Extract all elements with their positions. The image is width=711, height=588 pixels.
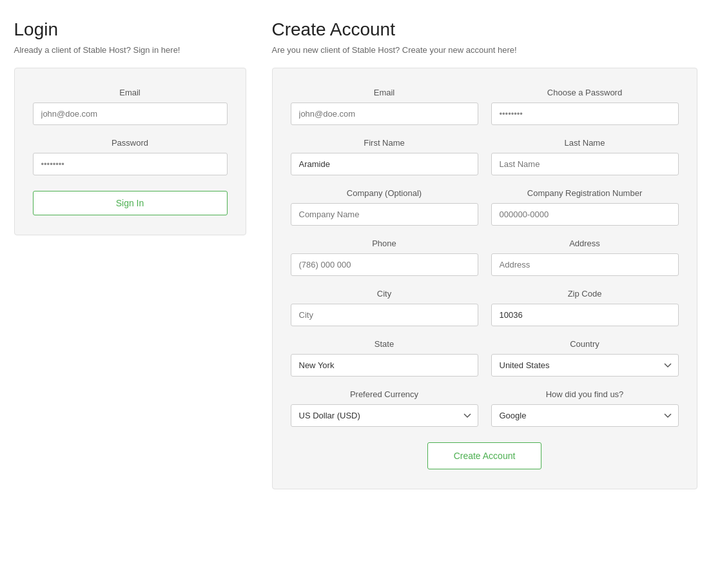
login-title: Login (14, 19, 246, 40)
login-password-group: Password (33, 138, 228, 175)
country-group: Country United States United Kingdom Can… (491, 339, 679, 377)
row-company: Company (Optional) Company Registration … (291, 188, 679, 226)
create-account-title: Create Account (272, 19, 697, 40)
state-group: State (291, 339, 478, 377)
address-group: Address (491, 239, 679, 276)
company-input[interactable] (291, 203, 478, 226)
first-name-group: First Name (291, 138, 478, 175)
row-state-country: State Country United States United Kingd… (291, 339, 679, 377)
row-names: First Name Last Name (291, 138, 679, 175)
create-password-group: Choose a Password (491, 88, 679, 125)
currency-select[interactable]: US Dollar (USD) Euro (EUR) British Pound… (291, 404, 478, 427)
zip-label: Zip Code (491, 289, 679, 299)
create-email-label: Email (291, 88, 478, 97)
company-group: Company (Optional) (291, 188, 478, 226)
create-account-button[interactable]: Create Account (427, 442, 542, 469)
last-name-label: Last Name (491, 138, 679, 148)
find-us-label: How did you find us? (491, 389, 679, 399)
company-label: Company (Optional) (291, 188, 478, 198)
address-input[interactable] (491, 253, 679, 276)
first-name-label: First Name (291, 138, 478, 148)
row-currency-findus: Prefered Currency US Dollar (USD) Euro (… (291, 389, 679, 427)
create-password-label: Choose a Password (491, 88, 679, 97)
address-label: Address (491, 239, 679, 248)
last-name-input[interactable] (491, 153, 679, 175)
create-password-input[interactable] (491, 103, 679, 125)
find-us-group: How did you find us? Google Facebook Twi… (491, 389, 679, 427)
create-account-subtitle: Are you new client of Stable Host? Creat… (272, 45, 697, 55)
login-password-label: Password (33, 138, 228, 148)
phone-input[interactable] (291, 253, 478, 276)
row-phone-address: Phone Address (291, 239, 679, 276)
login-section: Login Already a client of Stable Host? S… (14, 19, 246, 235)
create-account-section: Create Account Are you new client of Sta… (272, 19, 697, 489)
company-reg-group: Company Registration Number (491, 188, 679, 226)
city-group: City (291, 289, 478, 326)
country-select[interactable]: United States United Kingdom Canada Aust… (491, 354, 679, 377)
city-input[interactable] (291, 304, 478, 326)
currency-label: Prefered Currency (291, 389, 478, 399)
country-label: Country (491, 339, 679, 349)
login-card: Email Password Sign In (14, 68, 246, 235)
company-reg-input[interactable] (491, 203, 679, 226)
sign-in-button[interactable]: Sign In (33, 191, 228, 215)
city-label: City (291, 289, 478, 299)
zip-group: Zip Code (491, 289, 679, 326)
create-account-card: Email Choose a Password First Name Last … (272, 68, 697, 489)
login-email-group: Email (33, 88, 228, 125)
phone-group: Phone (291, 239, 478, 276)
find-us-select[interactable]: Google Facebook Twitter Friend Other (491, 404, 679, 427)
company-reg-label: Company Registration Number (491, 188, 679, 198)
row-email-password: Email Choose a Password (291, 88, 679, 125)
login-email-input[interactable] (33, 103, 228, 125)
row-city-zip: City Zip Code (291, 289, 679, 326)
login-subtitle: Already a client of Stable Host? Sign in… (14, 45, 246, 55)
phone-label: Phone (291, 239, 478, 248)
zip-input[interactable] (491, 304, 679, 326)
state-label: State (291, 339, 478, 349)
login-password-input[interactable] (33, 153, 228, 175)
state-input[interactable] (291, 354, 478, 377)
create-email-group: Email (291, 88, 478, 125)
page-container: Login Already a client of Stable Host? S… (14, 19, 697, 489)
last-name-group: Last Name (491, 138, 679, 175)
first-name-input[interactable] (291, 153, 478, 175)
create-email-input[interactable] (291, 103, 478, 125)
currency-group: Prefered Currency US Dollar (USD) Euro (… (291, 389, 478, 427)
login-email-label: Email (33, 88, 228, 97)
